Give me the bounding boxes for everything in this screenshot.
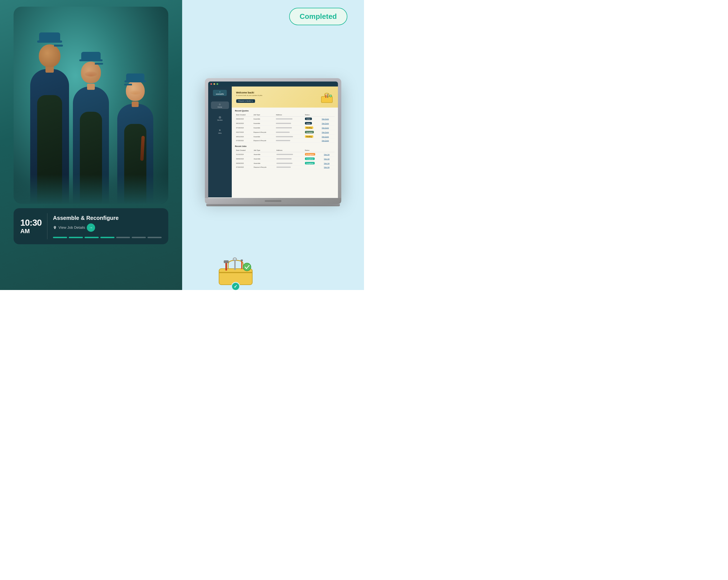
svg-rect-0: [321, 97, 332, 103]
svg-point-9: [233, 258, 236, 261]
jobs-section-title: Recent Jobs: [235, 145, 335, 147]
quote-row-5: 08/31/2023 Assemble Pending View Quote: [235, 134, 335, 139]
jobs-col-address: Address: [275, 149, 304, 152]
laptop-screen: ■ assemplify ⌂ Home ◎ Quotes ≡: [208, 81, 338, 198]
quotes-section-title: Recent Quotes: [235, 110, 335, 112]
request-quote-button[interactable]: Request a Quote ✎: [236, 99, 255, 103]
svg-rect-7: [224, 260, 229, 263]
col-address: Address: [275, 113, 304, 117]
job-row-3: 09/30/2023 Assemble Completed View Job: [235, 161, 335, 165]
welcome-subtitle: A current look at your quotes & jobs: [236, 95, 263, 96]
prog-5: [116, 237, 130, 238]
tables-area: Recent Quotes Date Created Job Type Addr…: [232, 108, 338, 174]
sidebar-item-jobs[interactable]: ≡ Jobs: [211, 128, 229, 135]
svg-rect-10: [241, 260, 242, 269]
job-title: Assemble & Reconfigure: [53, 215, 162, 221]
quote-row-1: 09/20/2023 Assemble Active View Quote: [235, 117, 335, 121]
quotes-icon: ◎: [219, 115, 221, 118]
edit-icon: ✎: [252, 100, 253, 102]
completed-badge: Completed: [289, 8, 347, 25]
prog-4: [100, 237, 114, 238]
jobs-col-action: [323, 149, 335, 152]
job-row-2: 09/30/2023 Assemble Completed View Job: [235, 157, 335, 161]
svg-rect-11: [241, 260, 243, 261]
time-display: 10:30: [20, 218, 42, 228]
job-row-4: 07/20/2023 Dispose & Recycle View Job: [235, 165, 335, 169]
job-row-1: 01/15/2024 Assemble In Progress View Job: [235, 152, 335, 157]
app-sidebar: ■ assemplify ⌂ Home ◎ Quotes ≡: [208, 86, 232, 197]
laptop-body: ■ assemplify ⌂ Home ◎ Quotes ≡: [205, 78, 341, 198]
dot-min: [213, 83, 215, 85]
svg-rect-5: [219, 272, 252, 273]
welcome-text: Welcome back! A current look at your quo…: [236, 91, 263, 103]
col-status: Status: [304, 113, 321, 117]
progress-bar: [53, 237, 162, 238]
banner-toolbox-icon: [320, 90, 334, 104]
quote-row-3: 07/18/2023 Assemble Pending View Quote: [235, 126, 335, 130]
right-panel: Completed ■ assemplify: [182, 0, 364, 290]
info-card: 10:30 AM Assemble & Reconfigure View Job…: [14, 208, 168, 244]
welcome-banner: Welcome back! A current look at your quo…: [232, 86, 338, 108]
jobs-col-type: Job Type: [253, 149, 275, 152]
team-art: [14, 7, 168, 204]
home-icon: ⌂: [219, 103, 221, 106]
job-section: Assemble & Reconfigure View Job Details …: [47, 213, 162, 239]
col-job-type: Job Type: [252, 113, 275, 117]
location-icon: [53, 226, 57, 230]
prog-2: [69, 237, 83, 238]
app-container: ■ assemplify ⌂ Home ◎ Quotes ≡: [208, 86, 338, 197]
screen-topbar: [208, 81, 338, 86]
quotes-table: Date Created Job Type Address Status: [235, 113, 335, 142]
sidebar-item-home[interactable]: ⌂ Home: [211, 102, 229, 109]
laptop-container: ■ assemplify ⌂ Home ◎ Quotes ≡: [205, 78, 341, 206]
prog-3: [84, 237, 99, 238]
svg-rect-1: [326, 95, 326, 98]
worker-photo-card: [14, 7, 168, 204]
sidebar-item-quotes[interactable]: ◎ Quotes: [211, 114, 229, 122]
view-job-text: View Job Details: [58, 226, 85, 230]
toolbox-svg: [218, 255, 254, 286]
jobs-col-date: Date Created: [235, 149, 253, 152]
dot-max: [216, 83, 218, 85]
dot-close: [210, 83, 212, 85]
jobs-table: Date Created Job Type Address Status: [235, 149, 335, 169]
quote-row-6: 07/25/2022 Dispose & Recycle View Quote: [235, 139, 335, 142]
job-location: View Job Details →: [53, 223, 162, 232]
svg-rect-2: [328, 94, 328, 98]
quote-row-4: 03/27/2023 Dispose & Recycle Accepted Vi…: [235, 130, 335, 134]
col-date-created: Date Created: [235, 113, 253, 117]
toolbox-decoration: ✓: [218, 255, 254, 286]
prog-7: [148, 237, 162, 238]
time-am: AM: [20, 228, 30, 235]
arrow-button[interactable]: →: [87, 223, 95, 232]
welcome-title: Welcome back!: [236, 91, 263, 94]
svg-point-12: [243, 263, 251, 271]
time-section: 10:30 AM: [20, 213, 47, 239]
jobs-icon: ≡: [219, 129, 221, 132]
app-logo: ■ assemplify: [213, 90, 227, 96]
laptop-ledge: [206, 204, 340, 206]
app-main: Welcome back! A current look at your quo…: [232, 86, 338, 197]
quote-row-2: 08/15/2023 Assemble Active View Quote: [235, 121, 335, 126]
prog-1: [53, 237, 67, 238]
prog-6: [132, 237, 146, 238]
left-panel: 10:30 AM Assemble & Reconfigure View Job…: [0, 0, 182, 290]
check-circle: ✓: [231, 282, 240, 290]
col-action: [320, 113, 335, 117]
laptop-base: [205, 198, 341, 204]
svg-rect-8: [234, 260, 236, 270]
jobs-col-status: Status: [304, 149, 323, 152]
